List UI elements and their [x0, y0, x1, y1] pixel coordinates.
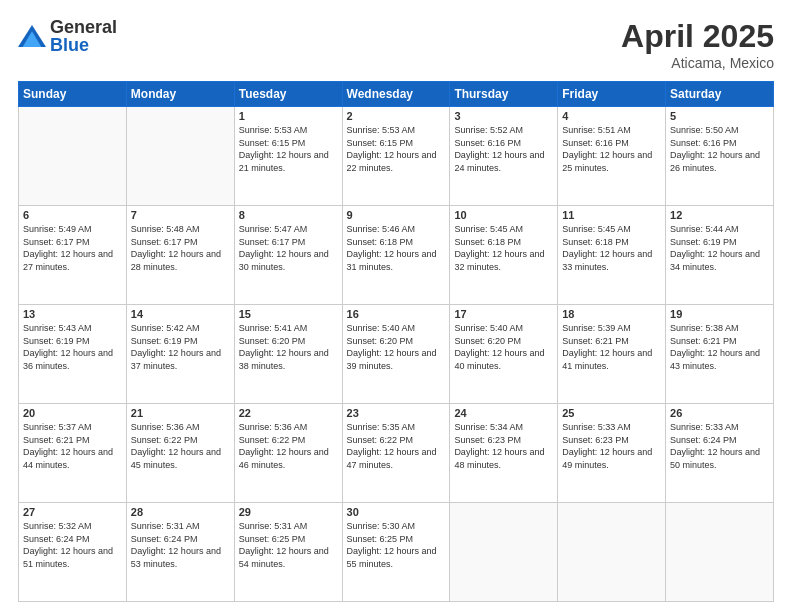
table-row: 21Sunrise: 5:36 AM Sunset: 6:22 PM Dayli…	[126, 404, 234, 503]
table-row: 9Sunrise: 5:46 AM Sunset: 6:18 PM Daylig…	[342, 206, 450, 305]
day-number: 16	[347, 308, 446, 320]
day-info: Sunrise: 5:30 AM Sunset: 6:25 PM Dayligh…	[347, 520, 446, 570]
logo: General Blue	[18, 18, 117, 54]
calendar-table: Sunday Monday Tuesday Wednesday Thursday…	[18, 81, 774, 602]
table-row: 13Sunrise: 5:43 AM Sunset: 6:19 PM Dayli…	[19, 305, 127, 404]
day-number: 3	[454, 110, 553, 122]
day-number: 22	[239, 407, 338, 419]
table-row	[666, 503, 774, 602]
month-title: April 2025	[621, 18, 774, 55]
table-row: 11Sunrise: 5:45 AM Sunset: 6:18 PM Dayli…	[558, 206, 666, 305]
day-info: Sunrise: 5:32 AM Sunset: 6:24 PM Dayligh…	[23, 520, 122, 570]
logo-text: General Blue	[50, 18, 117, 54]
day-info: Sunrise: 5:39 AM Sunset: 6:21 PM Dayligh…	[562, 322, 661, 372]
table-row: 14Sunrise: 5:42 AM Sunset: 6:19 PM Dayli…	[126, 305, 234, 404]
col-tuesday: Tuesday	[234, 82, 342, 107]
day-info: Sunrise: 5:50 AM Sunset: 6:16 PM Dayligh…	[670, 124, 769, 174]
table-row: 23Sunrise: 5:35 AM Sunset: 6:22 PM Dayli…	[342, 404, 450, 503]
day-info: Sunrise: 5:53 AM Sunset: 6:15 PM Dayligh…	[347, 124, 446, 174]
day-info: Sunrise: 5:33 AM Sunset: 6:24 PM Dayligh…	[670, 421, 769, 471]
table-row: 26Sunrise: 5:33 AM Sunset: 6:24 PM Dayli…	[666, 404, 774, 503]
table-row: 29Sunrise: 5:31 AM Sunset: 6:25 PM Dayli…	[234, 503, 342, 602]
col-friday: Friday	[558, 82, 666, 107]
day-info: Sunrise: 5:44 AM Sunset: 6:19 PM Dayligh…	[670, 223, 769, 273]
calendar-week-row: 1Sunrise: 5:53 AM Sunset: 6:15 PM Daylig…	[19, 107, 774, 206]
day-info: Sunrise: 5:35 AM Sunset: 6:22 PM Dayligh…	[347, 421, 446, 471]
table-row: 15Sunrise: 5:41 AM Sunset: 6:20 PM Dayli…	[234, 305, 342, 404]
table-row	[126, 107, 234, 206]
day-number: 2	[347, 110, 446, 122]
day-number: 18	[562, 308, 661, 320]
day-number: 27	[23, 506, 122, 518]
logo-blue-text: Blue	[50, 36, 117, 54]
table-row: 7Sunrise: 5:48 AM Sunset: 6:17 PM Daylig…	[126, 206, 234, 305]
day-info: Sunrise: 5:36 AM Sunset: 6:22 PM Dayligh…	[131, 421, 230, 471]
day-info: Sunrise: 5:38 AM Sunset: 6:21 PM Dayligh…	[670, 322, 769, 372]
table-row: 12Sunrise: 5:44 AM Sunset: 6:19 PM Dayli…	[666, 206, 774, 305]
day-info: Sunrise: 5:34 AM Sunset: 6:23 PM Dayligh…	[454, 421, 553, 471]
logo-icon	[18, 25, 46, 47]
day-info: Sunrise: 5:47 AM Sunset: 6:17 PM Dayligh…	[239, 223, 338, 273]
table-row	[19, 107, 127, 206]
table-row: 1Sunrise: 5:53 AM Sunset: 6:15 PM Daylig…	[234, 107, 342, 206]
day-info: Sunrise: 5:36 AM Sunset: 6:22 PM Dayligh…	[239, 421, 338, 471]
day-info: Sunrise: 5:51 AM Sunset: 6:16 PM Dayligh…	[562, 124, 661, 174]
calendar-week-row: 6Sunrise: 5:49 AM Sunset: 6:17 PM Daylig…	[19, 206, 774, 305]
table-row: 27Sunrise: 5:32 AM Sunset: 6:24 PM Dayli…	[19, 503, 127, 602]
day-number: 26	[670, 407, 769, 419]
table-row: 18Sunrise: 5:39 AM Sunset: 6:21 PM Dayli…	[558, 305, 666, 404]
header: General Blue April 2025 Aticama, Mexico	[18, 18, 774, 71]
calendar-week-row: 20Sunrise: 5:37 AM Sunset: 6:21 PM Dayli…	[19, 404, 774, 503]
day-number: 17	[454, 308, 553, 320]
col-wednesday: Wednesday	[342, 82, 450, 107]
col-monday: Monday	[126, 82, 234, 107]
day-info: Sunrise: 5:37 AM Sunset: 6:21 PM Dayligh…	[23, 421, 122, 471]
table-row: 25Sunrise: 5:33 AM Sunset: 6:23 PM Dayli…	[558, 404, 666, 503]
day-number: 6	[23, 209, 122, 221]
day-info: Sunrise: 5:48 AM Sunset: 6:17 PM Dayligh…	[131, 223, 230, 273]
day-info: Sunrise: 5:41 AM Sunset: 6:20 PM Dayligh…	[239, 322, 338, 372]
day-number: 19	[670, 308, 769, 320]
table-row: 16Sunrise: 5:40 AM Sunset: 6:20 PM Dayli…	[342, 305, 450, 404]
day-info: Sunrise: 5:43 AM Sunset: 6:19 PM Dayligh…	[23, 322, 122, 372]
day-number: 23	[347, 407, 446, 419]
day-number: 10	[454, 209, 553, 221]
table-row: 24Sunrise: 5:34 AM Sunset: 6:23 PM Dayli…	[450, 404, 558, 503]
table-row: 20Sunrise: 5:37 AM Sunset: 6:21 PM Dayli…	[19, 404, 127, 503]
table-row: 17Sunrise: 5:40 AM Sunset: 6:20 PM Dayli…	[450, 305, 558, 404]
day-info: Sunrise: 5:46 AM Sunset: 6:18 PM Dayligh…	[347, 223, 446, 273]
day-number: 8	[239, 209, 338, 221]
day-info: Sunrise: 5:31 AM Sunset: 6:25 PM Dayligh…	[239, 520, 338, 570]
calendar-week-row: 13Sunrise: 5:43 AM Sunset: 6:19 PM Dayli…	[19, 305, 774, 404]
title-block: April 2025 Aticama, Mexico	[621, 18, 774, 71]
day-info: Sunrise: 5:45 AM Sunset: 6:18 PM Dayligh…	[454, 223, 553, 273]
day-number: 12	[670, 209, 769, 221]
day-number: 20	[23, 407, 122, 419]
day-info: Sunrise: 5:40 AM Sunset: 6:20 PM Dayligh…	[454, 322, 553, 372]
logo-general-text: General	[50, 18, 117, 36]
table-row: 28Sunrise: 5:31 AM Sunset: 6:24 PM Dayli…	[126, 503, 234, 602]
day-number: 11	[562, 209, 661, 221]
table-row: 30Sunrise: 5:30 AM Sunset: 6:25 PM Dayli…	[342, 503, 450, 602]
page: General Blue April 2025 Aticama, Mexico …	[0, 0, 792, 612]
day-info: Sunrise: 5:42 AM Sunset: 6:19 PM Dayligh…	[131, 322, 230, 372]
day-info: Sunrise: 5:53 AM Sunset: 6:15 PM Dayligh…	[239, 124, 338, 174]
day-number: 15	[239, 308, 338, 320]
day-number: 1	[239, 110, 338, 122]
day-info: Sunrise: 5:52 AM Sunset: 6:16 PM Dayligh…	[454, 124, 553, 174]
table-row: 3Sunrise: 5:52 AM Sunset: 6:16 PM Daylig…	[450, 107, 558, 206]
day-number: 21	[131, 407, 230, 419]
table-row: 8Sunrise: 5:47 AM Sunset: 6:17 PM Daylig…	[234, 206, 342, 305]
day-number: 25	[562, 407, 661, 419]
col-thursday: Thursday	[450, 82, 558, 107]
day-number: 29	[239, 506, 338, 518]
day-number: 9	[347, 209, 446, 221]
day-info: Sunrise: 5:40 AM Sunset: 6:20 PM Dayligh…	[347, 322, 446, 372]
table-row: 4Sunrise: 5:51 AM Sunset: 6:16 PM Daylig…	[558, 107, 666, 206]
table-row	[558, 503, 666, 602]
day-number: 14	[131, 308, 230, 320]
table-row: 5Sunrise: 5:50 AM Sunset: 6:16 PM Daylig…	[666, 107, 774, 206]
calendar-header-row: Sunday Monday Tuesday Wednesday Thursday…	[19, 82, 774, 107]
day-number: 30	[347, 506, 446, 518]
table-row: 6Sunrise: 5:49 AM Sunset: 6:17 PM Daylig…	[19, 206, 127, 305]
